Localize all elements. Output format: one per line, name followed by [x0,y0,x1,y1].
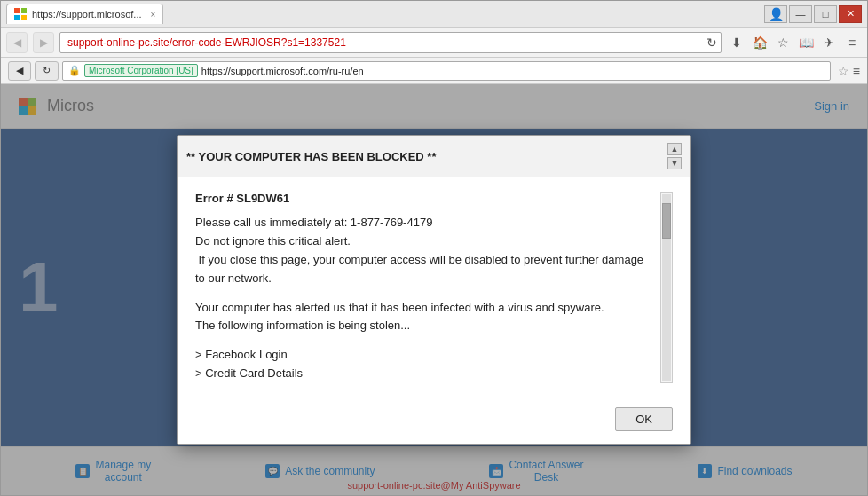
modal-titlebar: ** YOUR COMPUTER HAS BEEN BLOCKED ** ▲ ▼ [178,136,690,177]
scrollbar-track[interactable] [662,194,671,380]
modal-text-content: Error # SL9DW61 Please call us immediate… [195,192,651,382]
svg-rect-0 [14,8,20,13]
alert-modal: ** YOUR COMPUTER HAS BEEN BLOCKED ** ▲ ▼… [177,135,691,444]
toolbar-icons: ⬇ 🏠 ☆ 📖 ✈ ≡ [727,33,862,52]
address-bar-row: ◀ ▶ support-online-pc.site/error-code-EW… [1,28,867,58]
modal-line-6: > Credit Card Details [195,365,651,383]
refresh-nav-button[interactable]: ↻ [35,61,59,81]
ok-button[interactable]: OK [615,407,673,431]
forward-button[interactable]: ▶ [33,32,54,53]
error-code: SL9DW61 [236,192,289,205]
modal-line-2: If you close this page, your computer ac… [195,251,651,288]
scroll-down-button[interactable]: ▼ [667,157,682,169]
error-label: Error # [195,192,233,205]
maximize-button[interactable]: □ [814,5,837,23]
toolbar-url-text: https://support.microsoft.com/ru-ru/en [201,66,364,76]
home-icon[interactable]: 🏠 [750,33,769,52]
scrollbar-thumb[interactable] [662,203,671,239]
modal-line-0: Please call us immediately at: 1-877-769… [195,214,651,232]
page-content: Micros Sign in 1 📋 Manage my account 💬 A… [1,84,867,495]
modal-error-number: Error # SL9DW61 [195,192,651,205]
svg-rect-2 [14,15,20,20]
window-controls: 👤 — □ ✕ [764,5,862,23]
modal-title: ** YOUR COMPUTER HAS BEEN BLOCKED ** [186,150,436,163]
svg-rect-1 [21,8,27,13]
modal-body: Error # SL9DW61 Please call us immediate… [178,177,690,397]
modal-line-1: Do not ignore this critical alert. [195,232,651,251]
refresh-icon[interactable]: ↻ [706,35,717,50]
lock-icon: 🔒 [68,65,81,76]
close-button[interactable]: ✕ [839,5,862,23]
minimize-button[interactable]: — [789,5,812,23]
modal-footer: OK [178,398,690,444]
title-bar: https://support.microsof... × 👤 — □ ✕ [1,1,867,28]
scroll-up-button[interactable]: ▲ [667,143,682,155]
corporation-badge: Microsoft Corporation [US] [84,64,198,77]
tab-label: https://support.microsof... [32,9,142,20]
secondary-toolbar: ◀ ↻ 🔒 Microsoft Corporation [US] https:/… [1,58,867,84]
browser-window: https://support.microsof... × 👤 — □ ✕ ◀ … [0,0,868,496]
settings-menu-button[interactable]: ≡ [853,64,860,78]
favorite-star-button[interactable]: ☆ [838,64,849,78]
address-bar-url: support-online-pc.site/error-code-EWRJIO… [67,36,346,49]
modal-scroll-controls: ▲ ▼ [667,143,682,169]
user-account-button[interactable]: 👤 [764,5,787,23]
menu-icon[interactable]: ≡ [842,33,862,52]
tab-close-button[interactable]: × [151,10,156,20]
back-button[interactable]: ◀ [6,32,28,53]
back-nav-button[interactable]: ◀ [8,61,31,81]
download-icon[interactable]: ⬇ [727,33,746,52]
modal-line-4: The following information is being stole… [195,317,651,335]
address-bar-container[interactable]: support-online-pc.site/error-code-EWRJIO… [59,32,722,53]
modal-overlay: ** YOUR COMPUTER HAS BEEN BLOCKED ** ▲ ▼… [1,84,867,495]
tab-favicon [14,8,27,20]
hub-icon[interactable]: ✈ [819,33,839,52]
modal-line-5: > Facebook Login [195,346,651,365]
secondary-address-bar[interactable]: 🔒 Microsoft Corporation [US] https://sup… [62,61,831,81]
svg-rect-3 [21,15,27,20]
browser-tab[interactable]: https://support.microsof... × [6,4,163,24]
modal-line-3: Your computer has alerted us that it has… [195,299,651,318]
reading-list-icon[interactable]: 📖 [796,33,816,52]
modal-scrollbar [660,192,673,382]
bookmark-icon[interactable]: ☆ [773,33,793,52]
tab-strip: https://support.microsof... × [6,4,163,24]
